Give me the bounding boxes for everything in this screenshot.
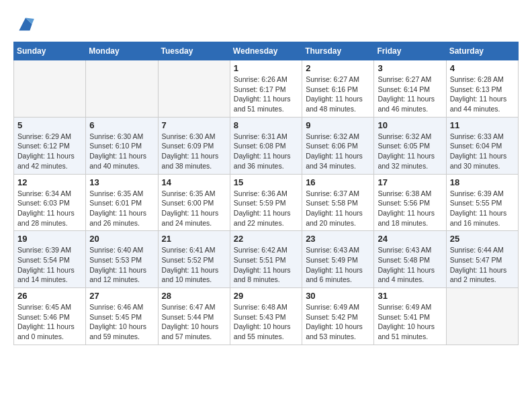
calendar-cell: 2Sunrise: 6:27 AM Sunset: 6:16 PM Daylig… [302,60,374,118]
calendar-week-row: 12Sunrise: 6:34 AM Sunset: 6:03 PM Dayli… [14,174,519,231]
header [13,13,519,35]
day-info: Sunrise: 6:45 AM Sunset: 5:46 PM Dayligh… [17,302,82,342]
day-number: 6 [89,120,154,130]
day-info: Sunrise: 6:34 AM Sunset: 6:03 PM Dayligh… [17,189,82,228]
day-info: Sunrise: 6:32 AM Sunset: 6:06 PM Dayligh… [306,132,370,171]
day-number: 1 [234,63,298,73]
calendar-cell: 11Sunrise: 6:33 AM Sunset: 6:04 PM Dayli… [446,117,518,174]
calendar-cell: 15Sunrise: 6:36 AM Sunset: 5:59 PM Dayli… [230,174,302,231]
calendar-cell: 24Sunrise: 6:43 AM Sunset: 5:48 PM Dayli… [374,231,446,288]
calendar-header: SundayMondayTuesdayWednesdayThursdayFrid… [14,42,519,60]
weekday-header-saturday: Saturday [446,42,518,60]
day-number: 30 [306,291,370,301]
calendar-body: 1Sunrise: 6:26 AM Sunset: 6:17 PM Daylig… [14,60,519,345]
day-info: Sunrise: 6:27 AM Sunset: 6:14 PM Dayligh… [378,75,442,114]
day-number: 19 [17,234,82,244]
day-number: 18 [450,177,515,187]
day-number: 3 [378,63,442,73]
calendar-cell: 18Sunrise: 6:39 AM Sunset: 5:55 PM Dayli… [446,174,518,231]
day-number: 31 [378,291,442,301]
day-info: Sunrise: 6:27 AM Sunset: 6:16 PM Dayligh… [306,75,370,114]
day-info: Sunrise: 6:49 AM Sunset: 5:41 PM Dayligh… [378,302,442,342]
calendar-cell: 12Sunrise: 6:34 AM Sunset: 6:03 PM Dayli… [14,174,86,231]
day-number: 14 [162,177,226,187]
day-number: 15 [234,177,298,187]
day-number: 28 [162,291,226,301]
day-info: Sunrise: 6:42 AM Sunset: 5:51 PM Dayligh… [234,245,298,285]
day-number: 25 [450,234,515,244]
calendar-cell: 1Sunrise: 6:26 AM Sunset: 6:17 PM Daylig… [230,60,302,118]
day-number: 24 [378,234,442,244]
calendar-cell: 26Sunrise: 6:45 AM Sunset: 5:46 PM Dayli… [14,288,86,345]
day-number: 16 [306,177,370,187]
weekday-header-monday: Monday [86,42,158,60]
day-number: 29 [234,291,298,301]
day-info: Sunrise: 6:44 AM Sunset: 5:47 PM Dayligh… [450,245,515,285]
calendar-cell [86,60,158,118]
day-number: 22 [234,234,298,244]
calendar-cell: 14Sunrise: 6:35 AM Sunset: 6:00 PM Dayli… [158,174,230,231]
calendar-cell: 4Sunrise: 6:28 AM Sunset: 6:13 PM Daylig… [446,60,518,118]
day-info: Sunrise: 6:28 AM Sunset: 6:13 PM Dayligh… [450,75,515,114]
day-number: 2 [306,63,370,73]
weekday-header-thursday: Thursday [302,42,374,60]
day-number: 26 [17,291,82,301]
calendar-week-row: 5Sunrise: 6:29 AM Sunset: 6:12 PM Daylig… [14,117,519,174]
day-info: Sunrise: 6:31 AM Sunset: 6:08 PM Dayligh… [234,132,298,171]
weekday-header-sunday: Sunday [14,42,86,60]
day-number: 9 [306,120,370,130]
day-number: 11 [450,120,515,130]
day-info: Sunrise: 6:35 AM Sunset: 6:01 PM Dayligh… [89,189,154,228]
weekday-header-friday: Friday [374,42,446,60]
day-number: 7 [162,120,226,130]
day-info: Sunrise: 6:49 AM Sunset: 5:42 PM Dayligh… [306,302,370,342]
day-info: Sunrise: 6:43 AM Sunset: 5:48 PM Dayligh… [378,245,442,285]
calendar-cell: 9Sunrise: 6:32 AM Sunset: 6:06 PM Daylig… [302,117,374,174]
day-number: 21 [162,234,226,244]
day-number: 23 [306,234,370,244]
day-number: 20 [89,234,154,244]
day-info: Sunrise: 6:48 AM Sunset: 5:43 PM Dayligh… [234,302,298,342]
page: SundayMondayTuesdayWednesdayThursdayFrid… [0,0,532,352]
day-number: 27 [89,291,154,301]
day-info: Sunrise: 6:36 AM Sunset: 5:59 PM Dayligh… [234,189,298,228]
calendar-cell: 30Sunrise: 6:49 AM Sunset: 5:42 PM Dayli… [302,288,374,345]
day-number: 5 [17,120,82,130]
day-number: 12 [17,177,82,187]
calendar-week-row: 26Sunrise: 6:45 AM Sunset: 5:46 PM Dayli… [14,288,519,345]
calendar-cell: 3Sunrise: 6:27 AM Sunset: 6:14 PM Daylig… [374,60,446,118]
day-info: Sunrise: 6:35 AM Sunset: 6:00 PM Dayligh… [162,189,226,228]
calendar-cell [446,288,518,345]
calendar-cell: 10Sunrise: 6:32 AM Sunset: 6:05 PM Dayli… [374,117,446,174]
calendar-table: SundayMondayTuesdayWednesdayThursdayFrid… [13,42,519,345]
logo [13,13,36,35]
weekday-row: SundayMondayTuesdayWednesdayThursdayFrid… [14,42,519,60]
calendar-cell: 13Sunrise: 6:35 AM Sunset: 6:01 PM Dayli… [86,174,158,231]
calendar-cell: 6Sunrise: 6:30 AM Sunset: 6:10 PM Daylig… [86,117,158,174]
calendar-cell: 25Sunrise: 6:44 AM Sunset: 5:47 PM Dayli… [446,231,518,288]
day-info: Sunrise: 6:47 AM Sunset: 5:44 PM Dayligh… [162,302,226,342]
day-number: 4 [450,63,515,73]
calendar-cell: 20Sunrise: 6:40 AM Sunset: 5:53 PM Dayli… [86,231,158,288]
day-info: Sunrise: 6:43 AM Sunset: 5:49 PM Dayligh… [306,245,370,285]
calendar-cell [158,60,230,118]
day-info: Sunrise: 6:41 AM Sunset: 5:52 PM Dayligh… [162,245,226,285]
day-info: Sunrise: 6:40 AM Sunset: 5:53 PM Dayligh… [89,245,154,285]
calendar-cell: 31Sunrise: 6:49 AM Sunset: 5:41 PM Dayli… [374,288,446,345]
calendar-cell: 28Sunrise: 6:47 AM Sunset: 5:44 PM Dayli… [158,288,230,345]
day-number: 10 [378,120,442,130]
calendar-cell: 8Sunrise: 6:31 AM Sunset: 6:08 PM Daylig… [230,117,302,174]
calendar-week-row: 19Sunrise: 6:39 AM Sunset: 5:54 PM Dayli… [14,231,519,288]
calendar-cell [14,60,86,118]
day-info: Sunrise: 6:39 AM Sunset: 5:54 PM Dayligh… [17,245,82,285]
day-info: Sunrise: 6:30 AM Sunset: 6:09 PM Dayligh… [162,132,226,171]
calendar-cell: 23Sunrise: 6:43 AM Sunset: 5:49 PM Dayli… [302,231,374,288]
calendar-cell: 7Sunrise: 6:30 AM Sunset: 6:09 PM Daylig… [158,117,230,174]
day-number: 8 [234,120,298,130]
calendar-cell: 27Sunrise: 6:46 AM Sunset: 5:45 PM Dayli… [86,288,158,345]
calendar-week-row: 1Sunrise: 6:26 AM Sunset: 6:17 PM Daylig… [14,60,519,118]
day-info: Sunrise: 6:37 AM Sunset: 5:58 PM Dayligh… [306,189,370,228]
logo-icon [15,13,36,35]
day-info: Sunrise: 6:38 AM Sunset: 5:56 PM Dayligh… [378,189,442,228]
calendar-cell: 21Sunrise: 6:41 AM Sunset: 5:52 PM Dayli… [158,231,230,288]
